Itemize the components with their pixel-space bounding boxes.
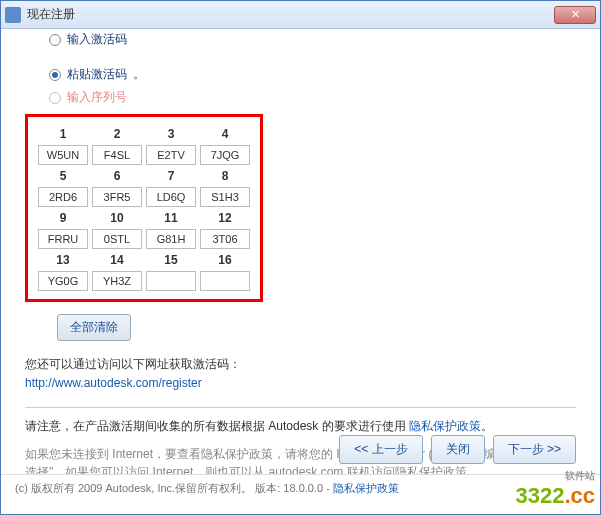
code-cell[interactable] <box>146 271 196 291</box>
nav-button-row: << 上一步 关闭 下一步 >> <box>339 435 576 464</box>
app-window: 现在注册 ✕ 输入激活码 粘贴激活码 。 输入序列号 1 2 3 4 W5UN … <box>0 0 601 515</box>
code-cell[interactable]: S1H3 <box>200 187 250 207</box>
activation-code-grid-highlight: 1 2 3 4 W5UN F4SL E2TV 7JQG 5 6 7 8 2RD6… <box>25 114 263 302</box>
radio-icon <box>49 34 61 46</box>
code-cell[interactable]: E2TV <box>146 145 196 165</box>
radio-label: 粘贴激活码 <box>67 66 127 83</box>
titlebar: 现在注册 ✕ <box>1 1 600 29</box>
app-icon <box>5 7 21 23</box>
radio-option-paste-code[interactable]: 粘贴激活码 。 <box>49 66 576 83</box>
window-title: 现在注册 <box>27 6 75 23</box>
col-header: 1 <box>38 125 88 143</box>
col-header: 5 <box>38 167 88 185</box>
radio-option-serial[interactable]: 输入序列号 <box>49 89 576 106</box>
col-header: 13 <box>38 251 88 269</box>
col-header: 12 <box>200 209 250 227</box>
info-block: 您还可以通过访问以下网址获取激活码： http://www.autodesk.c… <box>25 355 576 393</box>
period-text: 。 <box>133 66 145 83</box>
content-area: 输入激活码 粘贴激活码 。 输入序列号 1 2 3 4 W5UN F4SL E2… <box>1 29 600 474</box>
note-prefix: 请注意，在产品激活期间收集的所有数据根据 Autodesk 的要求进行使用 <box>25 419 409 433</box>
col-header: 2 <box>92 125 142 143</box>
col-header: 10 <box>92 209 142 227</box>
code-cell[interactable]: 2RD6 <box>38 187 88 207</box>
code-cell[interactable]: FRRU <box>38 229 88 249</box>
radio-icon <box>49 92 61 104</box>
note-suffix: 。 <box>481 419 493 433</box>
col-header: 3 <box>146 125 196 143</box>
footer-privacy-link[interactable]: 隐私保护政策 <box>333 482 399 494</box>
next-button[interactable]: 下一步 >> <box>493 435 576 464</box>
code-cell[interactable]: 0STL <box>92 229 142 249</box>
col-header: 8 <box>200 167 250 185</box>
code-cell[interactable]: F4SL <box>92 145 142 165</box>
activation-grid: 1 2 3 4 W5UN F4SL E2TV 7JQG 5 6 7 8 2RD6… <box>38 125 250 291</box>
col-header: 14 <box>92 251 142 269</box>
code-cell[interactable]: G81H <box>146 229 196 249</box>
col-header: 11 <box>146 209 196 227</box>
close-button[interactable]: 关闭 <box>431 435 485 464</box>
code-cell[interactable]: YG0G <box>38 271 88 291</box>
copyright-text: (c) 版权所有 2009 Autodesk, Inc.保留所有权利。 版本: … <box>15 482 333 494</box>
close-icon[interactable]: ✕ <box>554 6 596 24</box>
col-header: 6 <box>92 167 142 185</box>
radio-icon <box>49 69 61 81</box>
register-link[interactable]: http://www.autodesk.com/register <box>25 376 202 390</box>
code-cell[interactable]: LD6Q <box>146 187 196 207</box>
col-header: 16 <box>200 251 250 269</box>
info-line: 您还可以通过访问以下网址获取激活码： <box>25 355 576 374</box>
clear-all-button[interactable]: 全部清除 <box>57 314 131 341</box>
footer: (c) 版权所有 2009 Autodesk, Inc.保留所有权利。 版本: … <box>1 474 600 514</box>
separator <box>25 407 576 408</box>
radio-option-enter-code[interactable]: 输入激活码 <box>49 31 576 48</box>
code-cell[interactable]: YH3Z <box>92 271 142 291</box>
prev-button[interactable]: << 上一步 <box>339 435 422 464</box>
col-header: 4 <box>200 125 250 143</box>
code-cell[interactable]: 3FR5 <box>92 187 142 207</box>
col-header: 15 <box>146 251 196 269</box>
privacy-policy-link[interactable]: 隐私保护政策 <box>409 419 481 433</box>
code-cell[interactable]: 3T06 <box>200 229 250 249</box>
col-header: 7 <box>146 167 196 185</box>
code-cell[interactable]: 7JQG <box>200 145 250 165</box>
col-header: 9 <box>38 209 88 227</box>
titlebar-left: 现在注册 <box>5 6 75 23</box>
privacy-note: 请注意，在产品激活期间收集的所有数据根据 Autodesk 的要求进行使用 隐私… <box>25 418 576 435</box>
radio-label: 输入序列号 <box>67 89 127 106</box>
code-cell[interactable]: W5UN <box>38 145 88 165</box>
radio-label: 输入激活码 <box>67 31 127 48</box>
code-cell[interactable] <box>200 271 250 291</box>
